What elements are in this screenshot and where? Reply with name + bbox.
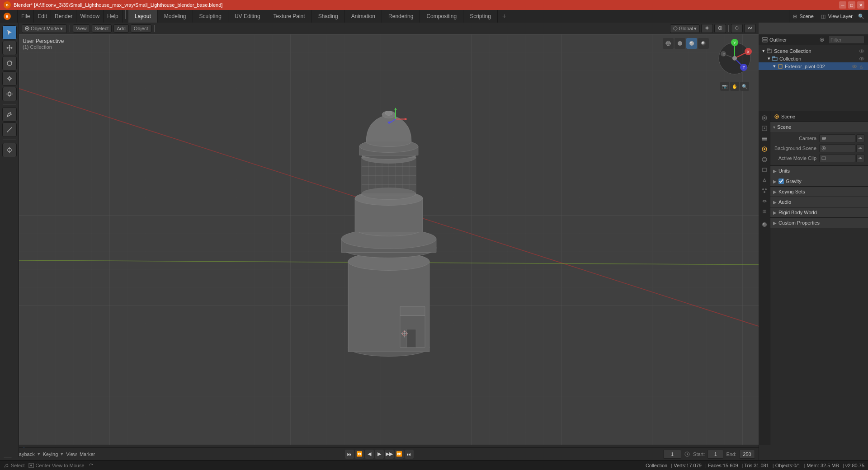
step-forward-btn[interactable]: ▶▶ [385,450,394,459]
viewport-3d[interactable]: User Perspective (1) Collection [19,34,759,445]
outliner-filter-icon[interactable] [819,37,825,42]
marker-menu[interactable]: Marker [80,451,95,457]
nav-camera-btn[interactable]: 📷 [720,82,729,91]
prop-tab-physics[interactable] [760,196,769,206]
maximize-button[interactable]: □ [848,1,855,9]
object-select-icon[interactable] [859,64,864,69]
menu-help-text[interactable]: Help [104,10,123,23]
view-menu[interactable]: View [66,451,77,457]
menu-edit-text[interactable]: Edit [34,10,51,23]
proportional-editing[interactable] [714,24,726,33]
tab-texture-paint[interactable]: Texture Paint [267,10,312,23]
shading-material[interactable] [686,38,697,49]
minimize-button[interactable]: ─ [839,1,846,9]
prop-tab-modifier[interactable] [760,175,769,185]
prop-tab-world[interactable] [760,155,769,164]
shading-rendered[interactable] [698,38,709,49]
tool-move[interactable] [2,41,17,55]
prop-tab-particles[interactable] [760,186,769,196]
svg-rect-103 [763,38,767,39]
outliner-search-input[interactable] [828,36,864,44]
objects-info: | Objects:0/1 [773,463,801,468]
tab-uv-editing[interactable]: UV Editing [228,10,267,23]
nav-zoom-btn[interactable]: 🔍 [740,82,749,91]
active-movie-clip-row: Active Movie Clip [774,154,864,163]
object-visibility-icon[interactable] [852,64,857,69]
background-scene-value[interactable] [819,144,855,152]
menu-file-text[interactable]: File [18,10,34,23]
jump-backward-btn[interactable]: ⏪ [355,450,364,459]
shading-wireframe[interactable] [663,38,674,49]
pivot-point-selector[interactable] [701,24,713,33]
shading-solid[interactable] [675,38,685,49]
jump-forward-btn[interactable]: ⏩ [395,450,404,459]
visibility-icon[interactable] [859,48,864,54]
tool-scale[interactable] [2,71,17,86]
tab-compositing[interactable]: Compositing [420,10,463,23]
frame-current-input[interactable]: 1 [663,450,681,459]
tool-rotate[interactable] [2,56,17,70]
viewport-object-menu[interactable]: Object [131,24,151,33]
keying-sets-header[interactable]: ▶ Keying Sets [770,187,868,197]
camera-value[interactable] [819,134,855,142]
jump-to-start-btn[interactable]: ⏮ [345,450,354,459]
nav-fly-btn[interactable]: ✋ [730,82,739,91]
prop-tab-view-layer[interactable] [760,134,769,144]
tool-measure[interactable] [2,122,17,137]
viewport-add-menu[interactable]: Add [113,24,129,33]
end-frame-input[interactable]: 250 [739,450,755,459]
tab-modeling[interactable]: Modeling [158,10,193,23]
workspace-tab-bar: B File Edit Render Window Help Layout Mo… [0,10,868,23]
movie-clip-eye-icon[interactable] [856,154,864,162]
tab-layout[interactable]: Layout [128,10,158,23]
prop-tab-output[interactable] [760,123,769,133]
prop-tab-object[interactable] [760,165,769,175]
viewport-header: Object Mode ▾ View Select Add Object Glo… [19,23,759,34]
start-frame-input[interactable]: 1 [708,450,723,459]
tool-annotate[interactable] [2,107,17,122]
prop-tab-constraints[interactable] [760,207,769,216]
prop-tab-material[interactable] [760,220,769,230]
navigation-gizmo[interactable]: X -X Y Z 📷 ✋ 🔍 [714,38,755,91]
keying-menu[interactable]: Keying [43,451,58,457]
snap-toggle[interactable] [731,24,743,33]
outliner-collection[interactable]: ▾ Collection [759,55,868,62]
menu-file[interactable]: B [0,10,18,23]
custom-props-header[interactable]: ▶ Custom Properties [770,218,868,228]
object-mode-selector[interactable]: Object Mode ▾ [22,24,67,33]
transform-orientation[interactable]: Global ▾ [670,24,700,33]
close-button[interactable]: ✕ [857,1,864,9]
active-movie-clip-value[interactable] [819,154,855,162]
tab-animation[interactable]: Animation [345,10,382,23]
outliner-scene-collection[interactable]: ▾ Scene Collection [759,47,868,55]
menu-render-text[interactable]: Render [51,10,76,23]
viewport-view-menu[interactable]: View [73,24,90,33]
tab-scripting[interactable]: Scripting [463,10,498,23]
tab-sculpting[interactable]: Sculpting [193,10,228,23]
step-backward-btn[interactable]: ◀ [365,450,374,459]
outliner-object-item[interactable]: ▾ Exterior_pivot.002 [759,62,868,70]
tab-shading[interactable]: Shading [312,10,345,23]
tool-select[interactable] [2,25,17,40]
collection-visibility-icon[interactable] [859,56,864,61]
units-section-header[interactable]: ▶ Units [770,166,868,176]
tab-rendering[interactable]: Rendering [382,10,420,23]
gravity-checkbox[interactable] [778,179,784,184]
prop-tab-scene[interactable] [760,144,769,154]
jump-to-end-btn[interactable]: ⏭ [405,450,414,459]
play-btn[interactable]: ▶ [375,450,384,459]
rigid-body-header[interactable]: ▶ Rigid Body World [770,207,868,217]
viewport-select-menu[interactable]: Select [92,24,112,33]
proportional-snap[interactable] [744,24,756,33]
scene-section-header[interactable]: ▾ Scene [770,122,868,132]
menu-window-text[interactable]: Window [76,10,104,23]
prop-tab-render[interactable] [760,113,769,123]
camera-eye-icon[interactable] [856,134,864,142]
svg-point-22 [9,150,10,150]
tool-transform[interactable] [2,87,17,101]
background-scene-eye-icon[interactable] [856,144,864,152]
audio-section-header[interactable]: ▶ Audio [770,197,868,207]
add-workspace-button[interactable]: + [498,10,511,23]
gravity-section-header[interactable]: ▶ Gravity [770,176,868,186]
tool-add-cursor[interactable] [2,143,17,157]
